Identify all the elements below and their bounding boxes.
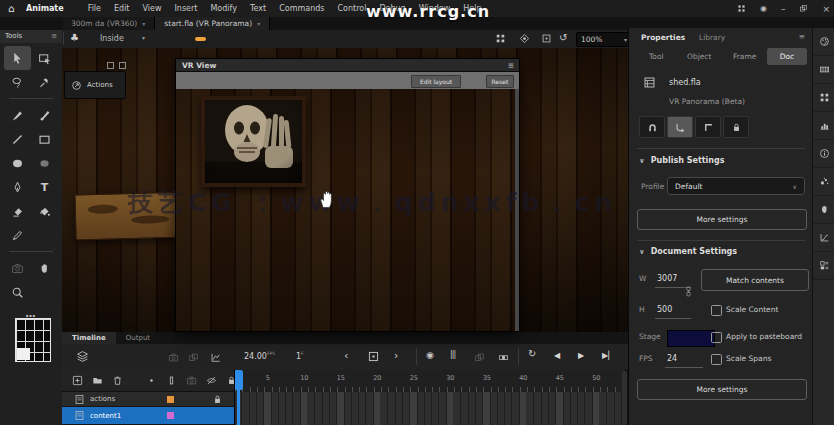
frame-span-icon[interactable]: [498, 352, 509, 363]
subtab-tool[interactable]: Tool: [649, 52, 664, 61]
layers-icon[interactable]: [76, 350, 89, 363]
camera-column-icon[interactable]: [186, 375, 197, 386]
step-forward-icon[interactable]: ›: [394, 349, 398, 362]
menu-commands[interactable]: Commands: [279, 4, 324, 13]
pen-tool[interactable]: [4, 175, 31, 199]
vr-view-titlebar[interactable]: VR View ≡: [176, 59, 519, 72]
transform-panel-icon[interactable]: [813, 112, 834, 140]
prev-frame-icon[interactable]: ◀: [554, 351, 560, 360]
frame-ruler[interactable]: 5101520253035404550: [235, 370, 625, 393]
menu-insert[interactable]: Insert: [175, 4, 198, 13]
hide-column-icon[interactable]: [206, 375, 217, 386]
vr-edit-layout-button[interactable]: Edit layout: [411, 75, 461, 88]
tab-library[interactable]: Library: [699, 33, 725, 42]
menu-file[interactable]: File: [88, 4, 101, 13]
tab-menu-icon[interactable]: ▾: [257, 17, 260, 30]
document-settings-header[interactable]: ∨Document Settings: [639, 247, 737, 256]
lock-icon[interactable]: [723, 116, 749, 138]
edit-scene-name[interactable]: Inside: [100, 34, 124, 43]
history-panel-icon[interactable]: [813, 196, 834, 224]
onion-skin-icon[interactable]: ◉: [426, 350, 434, 360]
profile-dropdown[interactable]: Default ∨: [667, 177, 805, 195]
frame-chart-icon[interactable]: [210, 352, 221, 363]
outline-dot-icon[interactable]: [146, 375, 157, 386]
menu-modify[interactable]: Modify: [210, 4, 237, 13]
restore-icon[interactable]: [799, 4, 808, 13]
scene-icon[interactable]: ♣: [70, 32, 79, 43]
subtab-doc[interactable]: Doc: [767, 48, 807, 65]
menu-edit[interactable]: Edit: [114, 4, 130, 13]
pencil-tool[interactable]: [4, 223, 31, 247]
width-value[interactable]: 3007: [657, 274, 677, 283]
height-value[interactable]: 500: [657, 305, 672, 314]
next-frame-icon[interactable]: ▶▏: [602, 351, 614, 360]
info-panel-icon[interactable]: [813, 140, 834, 168]
snap-align-icon[interactable]: [667, 116, 693, 138]
center-frame-icon[interactable]: [367, 350, 380, 363]
motion-presets-panel-icon[interactable]: [813, 224, 834, 252]
paint-bucket-tool[interactable]: [31, 199, 58, 223]
layer-name[interactable]: actions: [90, 395, 115, 403]
lasso-tool[interactable]: [4, 70, 31, 94]
rotate-view-icon[interactable]: ↺: [559, 32, 567, 43]
timeline-tab-output[interactable]: Output: [116, 332, 160, 344]
tab-properties[interactable]: Properties: [641, 33, 685, 42]
apply-pasteboard-checkbox[interactable]: [711, 332, 722, 343]
brush-tool[interactable]: [4, 103, 31, 127]
document-more-settings-button[interactable]: More settings: [637, 379, 807, 400]
components-panel-icon[interactable]: [813, 252, 834, 280]
menu-view[interactable]: View: [143, 4, 162, 13]
zoom-level-select[interactable]: 100% ▾: [576, 32, 632, 47]
scale-spans-checkbox[interactable]: [711, 354, 722, 365]
magnet-icon[interactable]: [639, 116, 665, 138]
fps-value[interactable]: 24: [667, 354, 677, 363]
vr-reset-button[interactable]: Reset: [486, 75, 514, 88]
panel-menu-icon[interactable]: ≡: [51, 30, 57, 43]
panel-menu-icon[interactable]: ≡: [508, 59, 514, 72]
document-tab[interactable]: start.fla (VR Panorama)▾: [155, 17, 270, 30]
grid-snap-icon[interactable]: [495, 33, 506, 44]
minimize-icon[interactable]: –: [781, 4, 786, 14]
document-tab[interactable]: 300m da (VR360)▾: [62, 17, 155, 30]
fps-display[interactable]: 24.00FPS: [244, 351, 275, 361]
mask-mode-icon[interactable]: [519, 33, 530, 44]
publish-settings-header[interactable]: ∨Publish Settings: [639, 156, 724, 165]
layer-color-swatch[interactable]: [167, 412, 174, 419]
swatches-panel-icon[interactable]: [813, 56, 834, 84]
menu-control[interactable]: Control: [337, 4, 366, 13]
align-panel-icon[interactable]: [813, 84, 834, 112]
hand-tool[interactable]: [31, 256, 58, 280]
collapse-icon[interactable]: [107, 62, 114, 69]
chevron-down-icon[interactable]: ▾: [142, 34, 145, 41]
camera-tool[interactable]: [4, 256, 31, 280]
panel-mini-controls[interactable]: [107, 62, 126, 69]
play-icon[interactable]: ▶: [578, 351, 584, 360]
subtab-frame[interactable]: Frame: [733, 52, 756, 61]
eraser-tool[interactable]: [4, 199, 31, 223]
match-contents-button[interactable]: Match contents: [701, 269, 809, 291]
text-tool[interactable]: T: [31, 175, 58, 199]
layer-name[interactable]: content1: [90, 412, 121, 420]
playhead[interactable]: [234, 370, 243, 390]
stage-color-swatch[interactable]: [667, 330, 715, 347]
zoom-tool[interactable]: [4, 280, 31, 304]
frames-area[interactable]: 5101520253035404550: [234, 370, 625, 425]
current-frame-display[interactable]: 1F: [296, 351, 304, 361]
multiframe-icon[interactable]: [188, 352, 199, 363]
layer-row-content1[interactable]: content1: [62, 407, 237, 425]
home-icon[interactable]: ⌂: [8, 3, 14, 14]
step-back-icon[interactable]: ‹: [344, 349, 348, 362]
transparency-grid-swatch[interactable]: [15, 318, 51, 362]
document-name[interactable]: shed.fla: [669, 78, 701, 87]
timeline-scrollbar[interactable]: [622, 371, 627, 425]
link-wh-icon[interactable]: [683, 286, 694, 297]
record-icon[interactable]: ◉: [760, 4, 767, 13]
actions-panel-badge[interactable]: Actions: [64, 62, 128, 102]
selection-tool[interactable]: [4, 46, 31, 70]
highlight-column-icon[interactable]: [166, 375, 177, 386]
line-tool[interactable]: [4, 127, 31, 151]
frames-row-actions[interactable]: [235, 392, 625, 407]
add-layer-icon[interactable]: [72, 375, 83, 386]
layer-lock-icon[interactable]: [212, 394, 223, 405]
new-folder-icon[interactable]: [92, 375, 103, 386]
